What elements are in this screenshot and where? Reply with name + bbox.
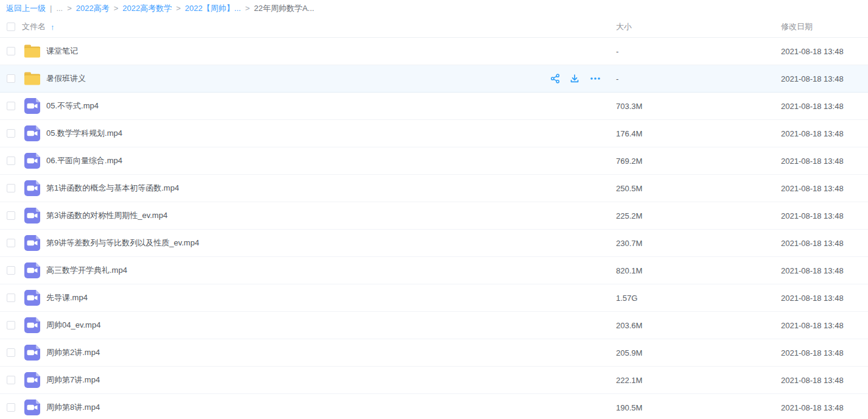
- more-dots-icon[interactable]: [589, 73, 602, 84]
- file-row[interactable]: 第3讲函数的对称性周期性_ev.mp4 225.2M 2021-08-18 13…: [0, 202, 868, 230]
- breadcrumb-link-1[interactable]: 2022高考: [76, 3, 110, 14]
- file-date: 2021-08-18 13:48: [781, 294, 844, 303]
- file-date: 2021-08-18 13:48: [781, 47, 844, 56]
- video-camera-glyph: [24, 372, 40, 388]
- row-checkbox[interactable]: [7, 47, 15, 55]
- breadcrumb-separator: >: [114, 4, 119, 13]
- download-icon[interactable]: [569, 73, 580, 84]
- file-name[interactable]: 第9讲等差数列与等比数列以及性质_ev.mp4: [46, 238, 199, 248]
- select-all-checkbox[interactable]: [7, 23, 15, 31]
- file-size: 1.57G: [616, 294, 637, 303]
- row-checkbox[interactable]: [7, 211, 15, 220]
- row-checkbox[interactable]: [7, 348, 15, 357]
- breadcrumb-separator: >: [176, 4, 181, 13]
- row-checkbox[interactable]: [7, 74, 15, 83]
- file-name[interactable]: 课堂笔记: [46, 46, 78, 57]
- file-row[interactable]: 06.平面向量综合.mp4 769.2M 2021-08-18 13:48: [0, 147, 868, 175]
- file-row[interactable]: 周帅第8讲.mp4 190.5M 2021-08-18 13:48: [0, 394, 868, 419]
- row-checkbox[interactable]: [7, 266, 15, 275]
- file-date: 2021-08-18 13:48: [781, 157, 844, 166]
- file-date: 2021-08-18 13:48: [781, 348, 844, 357]
- file-date: 2021-08-18 13:48: [781, 266, 844, 275]
- video-camera-glyph: [24, 180, 40, 196]
- breadcrumb-ellipsis: ...: [56, 4, 63, 13]
- file-row[interactable]: 第9讲等差数列与等比数列以及性质_ev.mp4 230.7M 2021-08-1…: [0, 230, 868, 257]
- column-header-filename[interactable]: 文件名 ↑: [22, 21, 55, 32]
- file-name[interactable]: 第3讲函数的对称性周期性_ev.mp4: [46, 210, 167, 221]
- file-row[interactable]: 周帅第7讲.mp4 222.1M 2021-08-18 13:48: [0, 367, 868, 394]
- file-row[interactable]: 周帅第2讲.mp4 205.9M 2021-08-18 13:48: [0, 339, 868, 367]
- row-checkbox[interactable]: [7, 294, 15, 302]
- file-size: 190.5M: [616, 403, 642, 412]
- file-name[interactable]: 周帅第7讲.mp4: [46, 375, 100, 386]
- video-file-icon: [24, 400, 40, 415]
- breadcrumb-link-3[interactable]: 2022【周帅】...: [185, 3, 241, 14]
- file-name[interactable]: 周帅04_ev.mp4: [46, 320, 100, 331]
- file-row[interactable]: 第1讲函数的概念与基本初等函数.mp4 250.5M 2021-08-18 13…: [0, 175, 868, 202]
- file-size: 250.5M: [616, 184, 642, 193]
- video-file-icon: [24, 180, 40, 196]
- file-size: 176.4M: [616, 129, 642, 138]
- file-name[interactable]: 06.平面向量综合.mp4: [46, 155, 122, 166]
- file-date: 2021-08-18 13:48: [781, 239, 844, 248]
- file-row[interactable]: 高三数学开学典礼.mp4 820.1M 2021-08-18 13:48: [0, 257, 868, 284]
- video-camera-glyph: [24, 235, 40, 251]
- file-size: 230.7M: [616, 239, 642, 248]
- share-icon[interactable]: [550, 73, 561, 84]
- file-name[interactable]: 05.不等式.mp4: [46, 100, 99, 111]
- file-date: 2021-08-18 13:48: [781, 403, 844, 412]
- file-name[interactable]: 先导课.mp4: [46, 292, 88, 303]
- file-row[interactable]: 先导课.mp4 1.57G 2021-08-18 13:48: [0, 284, 868, 312]
- column-header-date[interactable]: 修改日期: [781, 21, 813, 32]
- video-camera-glyph: [24, 317, 40, 333]
- video-file-icon: [24, 98, 40, 114]
- file-date: 2021-08-18 13:48: [781, 184, 844, 193]
- file-list: 课堂笔记 - 2021-08-18 13:48 暑假班讲义: [0, 38, 868, 419]
- file-size: 222.1M: [616, 376, 642, 385]
- file-name[interactable]: 周帅第2讲.mp4: [46, 347, 100, 358]
- file-name[interactable]: 暑假班讲义: [46, 73, 86, 84]
- table-header: 文件名 ↑ 大小 修改日期: [0, 16, 868, 38]
- video-file-icon: [24, 345, 40, 361]
- folder-icon: [24, 45, 40, 58]
- row-checkbox[interactable]: [7, 157, 15, 165]
- file-date: 2021-08-18 13:48: [781, 102, 844, 111]
- video-file-icon: [24, 372, 40, 388]
- breadcrumb-current: 22年周帅数学A...: [254, 3, 314, 14]
- file-row[interactable]: 暑假班讲义: [0, 65, 868, 93]
- file-name[interactable]: 第1讲函数的概念与基本初等函数.mp4: [46, 183, 179, 194]
- file-date: 2021-08-18 13:48: [781, 376, 844, 385]
- file-name[interactable]: 周帅第8讲.mp4: [46, 402, 100, 413]
- file-name[interactable]: 05.数学学科规划.mp4: [46, 128, 122, 139]
- file-row[interactable]: 05.数学学科规划.mp4 176.4M 2021-08-18 13:48: [0, 120, 868, 147]
- breadcrumb-link-2[interactable]: 2022高考数学: [122, 3, 172, 14]
- file-size: 769.2M: [616, 157, 642, 166]
- row-checkbox[interactable]: [7, 102, 15, 110]
- video-camera-glyph: [24, 290, 40, 306]
- file-row[interactable]: 05.不等式.mp4 703.3M 2021-08-18 13:48: [0, 93, 868, 120]
- file-row[interactable]: 课堂笔记 - 2021-08-18 13:48: [0, 38, 868, 65]
- row-checkbox[interactable]: [7, 321, 15, 329]
- breadcrumb-pipe-separator: |: [50, 4, 52, 13]
- video-file-icon: [24, 290, 40, 306]
- file-size: 703.3M: [616, 102, 642, 111]
- file-date: 2021-08-18 13:48: [781, 321, 844, 330]
- row-checkbox[interactable]: [7, 403, 15, 412]
- file-size: -: [616, 47, 618, 56]
- video-file-icon: [24, 262, 40, 278]
- file-date: 2021-08-18 13:48: [781, 129, 844, 138]
- back-link[interactable]: 返回上一级: [6, 3, 46, 14]
- sort-ascending-icon[interactable]: ↑: [51, 23, 55, 32]
- file-name[interactable]: 高三数学开学典礼.mp4: [46, 265, 127, 276]
- column-header-filename-label: 文件名: [22, 21, 46, 32]
- breadcrumb-separator: >: [67, 4, 72, 13]
- column-header-size[interactable]: 大小: [616, 21, 632, 32]
- file-date: 2021-08-18 13:48: [781, 74, 844, 83]
- row-checkbox[interactable]: [7, 376, 15, 384]
- row-actions: [550, 73, 602, 84]
- file-row[interactable]: 周帅04_ev.mp4 203.6M 2021-08-18 13:48: [0, 312, 868, 339]
- row-checkbox[interactable]: [7, 129, 15, 138]
- row-checkbox[interactable]: [7, 239, 15, 247]
- row-checkbox[interactable]: [7, 184, 15, 192]
- file-size: 203.6M: [616, 321, 642, 330]
